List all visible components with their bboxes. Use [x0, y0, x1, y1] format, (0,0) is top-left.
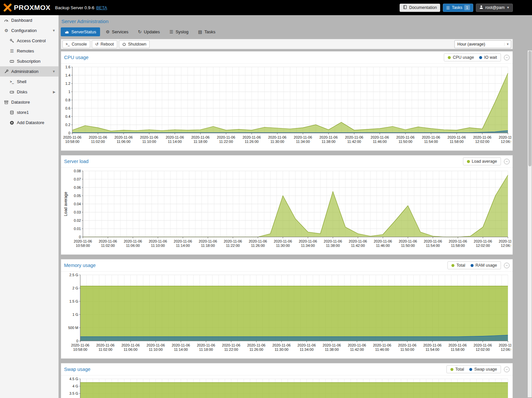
scrollbar-thumb[interactable]: [528, 51, 531, 166]
svg-text:11:18:00: 11:18:00: [194, 140, 207, 144]
svg-text:1.2: 1.2: [65, 82, 70, 85]
chart-legend: CPU usageIO wait: [444, 53, 501, 61]
svg-text:11:14:00: 11:14:00: [174, 348, 188, 351]
sidebar-item-remotes[interactable]: ☰ Remotes: [0, 46, 58, 56]
legend-item[interactable]: RAM usage: [471, 263, 497, 268]
svg-text:11:46:00: 11:46:00: [375, 348, 389, 351]
memory-usage-panel: Memory usage TotalRAM usage − 0500 M1 G1…: [61, 259, 513, 359]
svg-text:2020-11-06: 2020-11-06: [114, 135, 132, 139]
main-content: Server Administration ServerStatus ⚙ Ser…: [59, 15, 532, 398]
chevron-down-icon[interactable]: ▼: [52, 70, 55, 73]
legend-item[interactable]: CPU usage: [448, 55, 474, 60]
sidebar-item-store1[interactable]: store1: [0, 107, 58, 117]
svg-text:0.01: 0.01: [74, 227, 81, 231]
chevron-right-icon[interactable]: ▶: [53, 90, 55, 94]
svg-text:11:30:00: 11:30:00: [270, 140, 284, 144]
chart-legend: Load average: [463, 157, 501, 165]
sidebar-item-dashboard[interactable]: Dashboard: [0, 15, 58, 25]
svg-text:11:18:00: 11:18:00: [199, 348, 213, 351]
svg-text:11:14:00: 11:14:00: [168, 140, 182, 144]
legend-dot: [471, 264, 474, 267]
svg-text:2020-11-06: 2020-11-06: [242, 135, 261, 139]
chevron-down-icon[interactable]: ▼: [52, 29, 55, 32]
sidebar-item-configuration[interactable]: ⚙ Configuration ▼: [0, 25, 58, 36]
sidebar-item-administration[interactable]: Administration ▼: [0, 66, 58, 77]
legend-item[interactable]: Total: [450, 367, 464, 372]
svg-text:2020-11-06: 2020-11-06: [96, 343, 114, 347]
svg-text:11:22:00: 11:22:00: [224, 348, 238, 351]
svg-text:1.4: 1.4: [65, 73, 70, 77]
chart-legend: TotalSwap usage: [446, 365, 501, 373]
sidebar-item-add-datastore[interactable]: Add Datastore: [0, 117, 58, 128]
legend-item[interactable]: Swap usage: [469, 367, 497, 372]
console-button[interactable]: >_ Console: [62, 40, 90, 48]
collapse-panel-button[interactable]: −: [504, 367, 510, 372]
svg-text:2020-11-06: 2020-11-06: [499, 343, 511, 347]
legend-label: Swap usage: [474, 367, 497, 372]
tasks-button[interactable]: ☰ Tasks 1: [443, 4, 473, 12]
svg-text:2020-11-06: 2020-11-06: [399, 239, 417, 243]
svg-text:2020-11-06: 2020-11-06: [197, 343, 215, 347]
vertical-scrollbar[interactable]: [528, 50, 532, 397]
collapse-panel-button[interactable]: −: [504, 263, 510, 268]
tab-tasks[interactable]: ▤ Tasks: [194, 27, 220, 36]
svg-text:2020-11-06: 2020-11-06: [63, 135, 81, 139]
collapse-panel-button[interactable]: −: [504, 159, 510, 164]
sidebar-item-datastore[interactable]: Datastore: [0, 97, 58, 107]
shutdown-button[interactable]: Shutdown: [119, 40, 150, 48]
svg-text:0.05: 0.05: [74, 194, 81, 198]
svg-text:11:30:00: 11:30:00: [276, 244, 290, 248]
svg-text:2020-11-06: 2020-11-06: [272, 343, 291, 347]
svg-text:11:50:00: 11:50:00: [399, 140, 412, 144]
svg-text:11:46:00: 11:46:00: [373, 140, 387, 144]
svg-text:11:02:00: 11:02:00: [91, 140, 105, 144]
svg-text:2020-11-06: 2020-11-06: [423, 343, 442, 347]
svg-text:0: 0: [76, 339, 78, 343]
panel-title: Memory usage: [64, 263, 96, 268]
svg-text:2020-11-06: 2020-11-06: [191, 135, 209, 139]
svg-text:11:22:00: 11:22:00: [219, 140, 233, 144]
svg-text:2020-11-06: 2020-11-06: [473, 135, 491, 139]
documentation-button[interactable]: Documentation: [400, 4, 440, 12]
legend-item[interactable]: Load average: [467, 159, 497, 164]
svg-text:Load average: Load average: [63, 192, 68, 216]
svg-text:11:14:00: 11:14:00: [176, 244, 190, 248]
panel-title: Swap usage: [64, 367, 90, 372]
collapse-panel-button[interactable]: −: [504, 55, 510, 60]
proxmox-x-icon: [3, 3, 12, 12]
swap-usage-panel: Swap usage TotalSwap usage − 0500 M1 G1.…: [61, 363, 513, 398]
svg-text:12:06:00: 12:06:00: [501, 348, 511, 351]
brand-text: PROXMOX: [14, 4, 51, 12]
tab-updates[interactable]: ↻ Updates: [134, 27, 164, 36]
tab-syslog[interactable]: ☰ Syslog: [165, 27, 193, 36]
svg-text:2020-11-06: 2020-11-06: [474, 343, 492, 347]
sidebar-item-subscription[interactable]: Subscription: [0, 56, 58, 66]
timeframe-select[interactable]: Hour (average) ▼: [454, 40, 511, 48]
sidebar-item-shell[interactable]: >_ Shell: [0, 77, 58, 87]
svg-text:11:54:00: 11:54:00: [424, 140, 438, 144]
svg-text:11:42:00: 11:42:00: [351, 244, 365, 248]
svg-text:2020-11-06: 2020-11-06: [298, 343, 316, 347]
svg-text:10:58:00: 10:58:00: [65, 140, 80, 144]
sidebar-item-disks[interactable]: Disks ▶: [0, 87, 58, 97]
ticket-icon: [9, 59, 15, 64]
svg-text:11:26:00: 11:26:00: [249, 348, 263, 351]
svg-text:12:02:00: 12:02:00: [476, 348, 490, 351]
svg-text:0.06: 0.06: [74, 185, 81, 189]
svg-text:2020-11-06: 2020-11-06: [147, 343, 165, 347]
sidebar-item-access-control[interactable]: Access Control: [0, 36, 58, 46]
svg-text:2020-11-06: 2020-11-06: [299, 239, 317, 243]
user-icon: [479, 5, 483, 10]
tab-services[interactable]: ⚙ Services: [102, 27, 132, 36]
svg-text:11:34:00: 11:34:00: [296, 140, 310, 144]
beta-link[interactable]: BETA: [96, 5, 107, 10]
svg-text:11:50:00: 11:50:00: [400, 348, 414, 351]
svg-text:2020-11-06: 2020-11-06: [474, 239, 492, 243]
legend-item[interactable]: IO wait: [479, 55, 497, 60]
header: PROXMOX Backup Server 0.9-6 BETA Documen…: [0, 0, 532, 15]
svg-text:11:18:00: 11:18:00: [201, 244, 215, 248]
user-menu-button[interactable]: root@pam ▼: [476, 4, 513, 12]
reboot-button[interactable]: ↺ Reboot: [92, 40, 117, 48]
legend-item[interactable]: Total: [451, 263, 465, 268]
tab-serverstatus[interactable]: ServerStatus: [61, 27, 100, 36]
